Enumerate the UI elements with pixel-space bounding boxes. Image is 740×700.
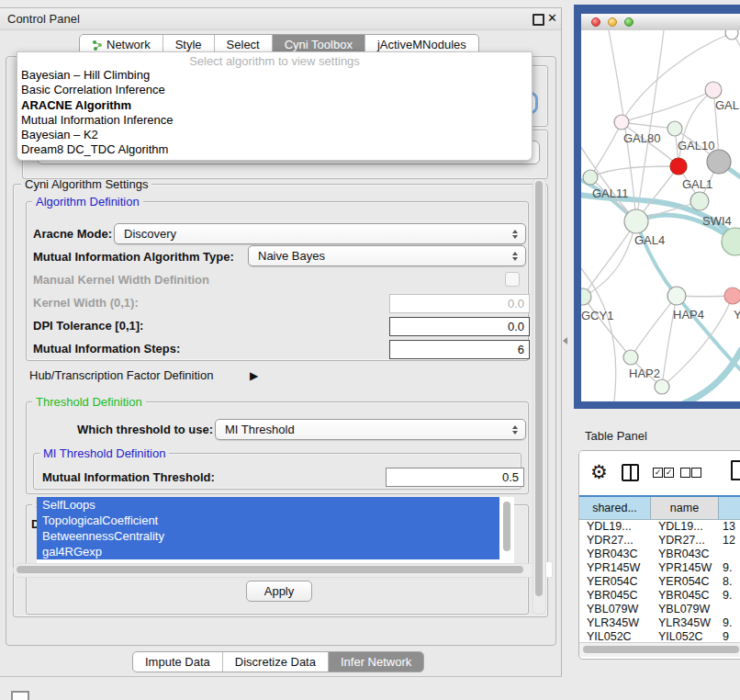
node-gal11[interactable] xyxy=(583,170,598,185)
column-header-2[interactable] xyxy=(719,497,740,519)
table-row[interactable]: YDR27...YDR27...12 xyxy=(579,534,740,548)
table-row[interactable]: YDL19...YDL19...13 xyxy=(579,520,740,534)
data-attributes-list[interactable]: SelfLoopsTopologicalCoefficientBetweenne… xyxy=(37,497,514,565)
node-label-hap2: HAP2 xyxy=(629,367,660,380)
table-row[interactable]: YER054CYER054C8. xyxy=(579,575,740,589)
attribute-item-selfloops[interactable]: SelfLoops xyxy=(37,497,499,513)
close-traffic-light-icon[interactable] xyxy=(591,17,600,27)
combo-arrows-icon xyxy=(508,252,522,261)
table-cell: 8. xyxy=(719,575,740,589)
attribute-item-betweennesscentrality[interactable]: BetweennessCentrality xyxy=(37,528,499,544)
kernel-width-label: Kernel Width (0,1): xyxy=(33,296,139,310)
node-gal1[interactable] xyxy=(690,192,709,210)
panel-grip-icon[interactable] xyxy=(11,691,29,700)
zoom-traffic-light-icon[interactable] xyxy=(624,17,633,27)
algorithm-option-aracne-algorithm[interactable]: ARACNE Algorithm xyxy=(17,98,532,113)
table-row[interactable]: YPR145WYPR145W9. xyxy=(579,561,740,575)
table-row[interactable]: YIL052CYIL052C9 xyxy=(579,630,740,642)
table-row[interactable]: YBR045CYBR045C9. xyxy=(579,589,740,603)
hub-expander-icon[interactable]: ▶ xyxy=(250,369,258,382)
algorithm-option-dream8-dc-tdc-algorithm[interactable]: Dream8 DC_TDC Algorithm xyxy=(17,142,532,157)
node-pink-a[interactable] xyxy=(705,82,722,98)
attr-list-scrollbar-thumb[interactable] xyxy=(503,502,510,551)
network-window-frame[interactable]: GALGAL80GAL10GAL1SWI4GAL11GAL4GCY1HAP4YH… xyxy=(574,5,740,409)
gear-icon[interactable]: ⚙ xyxy=(590,461,608,483)
table-cell: 9. xyxy=(719,616,740,630)
mi-algorithm-type-label: Mutual Information Algorithm Type: xyxy=(33,250,234,264)
algorithm-option-basic-correlation-inference[interactable]: Basic Correlation Inference xyxy=(17,83,532,97)
node-outline[interactable] xyxy=(725,30,738,40)
export-table-icon[interactable] xyxy=(731,460,740,480)
node-gal10[interactable] xyxy=(667,121,682,136)
mi-threshold-field[interactable]: 0.5 xyxy=(386,468,524,487)
algorithm-option-bayesian-hill-climbing[interactable]: Bayesian – Hill Climbing xyxy=(17,68,532,83)
table-cell: YER054C xyxy=(579,575,651,589)
bottom-tab-discretize-data[interactable]: Discretize Data xyxy=(222,652,328,672)
algorithm-dropdown-items: Bayesian – Hill ClimbingBasic Correlatio… xyxy=(17,68,532,158)
network-canvas[interactable]: GALGAL80GAL10GAL1SWI4GAL11GAL4GCY1HAP4YH… xyxy=(581,30,740,401)
node-gal4[interactable] xyxy=(624,209,648,233)
table-row[interactable]: YBL079WYBL079W xyxy=(579,603,740,616)
apply-button[interactable]: Apply xyxy=(246,581,312,602)
mi-steps-field[interactable]: 6 xyxy=(389,340,530,359)
node-gray[interactable] xyxy=(707,150,731,174)
column-header-name[interactable]: name xyxy=(651,497,719,519)
split-columns-icon[interactable] xyxy=(622,464,639,481)
table-row[interactable]: YLR345WYLR345W9. xyxy=(579,616,740,630)
table-cell: YBR045C xyxy=(651,589,719,603)
network-node-labels: GALGAL80GAL10GAL1SWI4GAL11GAL4GCY1HAP4YH… xyxy=(581,98,740,380)
screen: Control Panel ✕ NetworkStyleSelectCyni T… xyxy=(0,0,740,700)
bottom-tab-impute-data[interactable]: Impute Data xyxy=(133,652,222,672)
close-icon[interactable]: ✕ xyxy=(547,11,557,25)
minimize-traffic-light-icon[interactable] xyxy=(608,17,617,27)
kernel-width-field[interactable]: 0.0 xyxy=(389,294,530,313)
settings-vscrollbar-track[interactable] xyxy=(533,177,546,615)
mi-algorithm-type-combo[interactable]: Naive Bayes xyxy=(248,245,526,266)
algorithm-option-mutual-information-inference[interactable]: Mutual Information Inference xyxy=(17,113,532,128)
dpi-tolerance-field[interactable]: 0.0 xyxy=(389,317,530,336)
manual-kernel-width-checkbox[interactable] xyxy=(505,272,520,287)
aracne-mode-value: Discovery xyxy=(115,227,508,241)
node-gal80[interactable] xyxy=(614,115,629,130)
deselect-all-checkbox-icon[interactable] xyxy=(680,468,690,478)
node-gcy1[interactable] xyxy=(581,288,591,305)
splitter-handle-icon[interactable] xyxy=(563,337,567,344)
settings-hscrollbar-track[interactable] xyxy=(13,563,538,578)
network-window-titlebar[interactable] xyxy=(581,14,740,31)
table-hscrollbar-track[interactable] xyxy=(579,642,740,657)
table-cell: YBR045C xyxy=(579,589,651,603)
control-panel-titlebar[interactable]: Control Panel ✕ xyxy=(0,8,561,30)
attr-list-scrollbar-track[interactable] xyxy=(501,497,514,565)
table-cell: YBL079W xyxy=(651,603,719,616)
attribute-item-topologicalcoefficient[interactable]: TopologicalCoefficient xyxy=(37,513,499,528)
table-cell: 9. xyxy=(719,589,740,603)
table-row[interactable]: YBR043CYBR043C xyxy=(579,548,740,561)
table-cell: YLR345W xyxy=(579,616,651,630)
algorithm-option-bayesian-k2[interactable]: Bayesian – K2 xyxy=(17,128,532,142)
tab-label: Impute Data xyxy=(145,652,210,672)
settings-hscrollbar-thumb[interactable] xyxy=(17,566,523,573)
node-label-gal: GAL xyxy=(715,98,739,112)
node-hap2[interactable] xyxy=(623,350,638,365)
aracne-mode-combo[interactable]: Discovery xyxy=(114,223,526,244)
node-bottom[interactable] xyxy=(655,379,669,394)
select-all-checkbox-icon[interactable]: ✓ xyxy=(653,468,663,478)
deselect-all-checkbox-icon[interactable] xyxy=(691,468,701,478)
bottom-tab-infer-network[interactable]: Infer Network xyxy=(328,652,423,672)
column-header-shared-[interactable]: shared... xyxy=(579,497,651,519)
node-salmon[interactable] xyxy=(724,288,740,304)
table-cell: YDR27... xyxy=(651,534,719,548)
table-hscrollbar-thumb[interactable] xyxy=(583,646,739,653)
attribute-item-gal4rgexp[interactable]: gal4RGexp xyxy=(37,544,499,559)
network-nodes[interactable] xyxy=(581,30,740,394)
table-rows: YDL19...YDL19...13YDR27...YDR27...12YBR0… xyxy=(579,520,740,642)
table-cell: YBL079W xyxy=(579,603,651,616)
node-hap4[interactable] xyxy=(667,287,686,305)
settings-vscrollbar-thumb[interactable] xyxy=(535,181,543,596)
which-threshold-combo[interactable]: MI Threshold xyxy=(215,419,526,440)
select-all-checkbox-icon[interactable]: ✓ xyxy=(664,468,674,478)
float-window-icon[interactable] xyxy=(533,14,544,26)
node-red[interactable] xyxy=(670,158,687,175)
algorithm-definition-title: Algorithm Definition xyxy=(32,195,143,209)
table-cell: 9 xyxy=(719,630,740,642)
